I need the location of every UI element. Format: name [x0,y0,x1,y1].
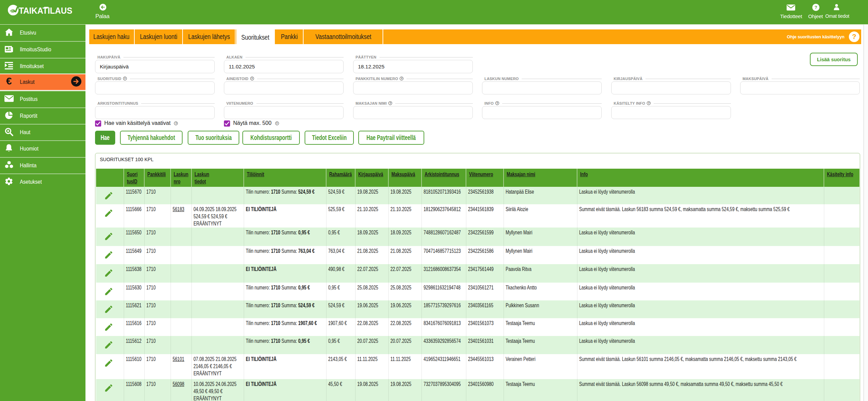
svg-text:€: € [6,76,12,87]
svg-text:?: ? [852,33,856,40]
svg-text:?: ? [814,5,817,10]
